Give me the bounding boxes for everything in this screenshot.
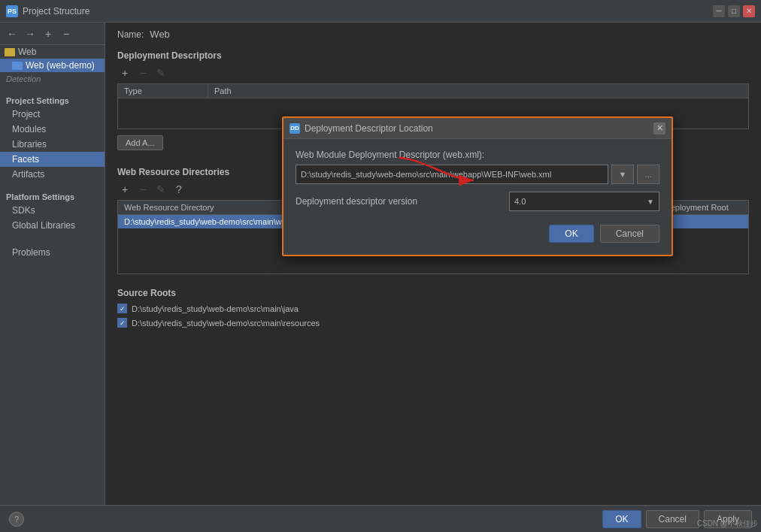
bottom-bar: ? OK Cancel Apply	[0, 505, 761, 532]
source-roots-header: Source Roots	[105, 283, 761, 301]
dd-remove-button[interactable]: −	[135, 65, 150, 80]
name-row: Name: Web	[105, 23, 761, 46]
dd-add-button[interactable]: +	[117, 65, 132, 80]
tree-folder-web[interactable]: Web	[0, 45, 105, 59]
sidebar: ← → + − Web Web (web-demo) Detection Pro…	[0, 23, 105, 505]
wr-edit-button[interactable]: ✎	[153, 182, 168, 197]
platform-settings-label: Platform Settings	[0, 188, 105, 203]
project-settings-group: Project Settings Project Modules Librari…	[0, 92, 105, 182]
minimize-button[interactable]: ─	[713, 5, 725, 17]
nav-forward-button[interactable]: →	[23, 26, 38, 41]
other-group: Problems	[0, 239, 105, 260]
window-title: Project Structure	[23, 6, 713, 17]
dialog-version-label: Deployment descriptor version	[296, 196, 503, 207]
dialog-cancel-button[interactable]: Cancel	[600, 225, 659, 243]
dialog-title: Deployment Descriptor Location	[305, 123, 653, 134]
source-root-java-label: D:\study\redis_study\web-demo\src\main\j…	[132, 304, 299, 313]
dialog-ellipsis-button[interactable]: ...	[637, 165, 659, 184]
sidebar-item-facets[interactable]: Facets	[0, 152, 105, 167]
sidebar-item-modules[interactable]: Modules	[0, 122, 105, 137]
wr-remove-button[interactable]: −	[135, 182, 150, 197]
dd-edit-button[interactable]: ✎	[153, 65, 168, 80]
dialog: DD Deployment Descriptor Location ✕ Web …	[282, 116, 673, 256]
dd-toolbar: + − ✎	[105, 64, 761, 82]
tree-item-web-demo[interactable]: Web (web-demo)	[0, 59, 105, 72]
platform-settings-group: Platform Settings SDKs Global Libraries	[0, 188, 105, 233]
nav-back-button[interactable]: ←	[5, 26, 20, 41]
th-path: Path	[208, 84, 748, 98]
main-panel: Name: Web Deployment Descriptors + − ✎ T…	[105, 23, 761, 505]
sidebar-item-problems[interactable]: Problems	[0, 245, 105, 260]
dialog-field-label: Web Module Deployment Descriptor (web.xm…	[296, 150, 659, 160]
module-icon	[12, 62, 23, 70]
dropdown-arrow-icon: ▼	[647, 198, 654, 206]
sidebar-item-artifacts[interactable]: Artifacts	[0, 167, 105, 182]
folder-icon	[5, 48, 15, 56]
window-controls: ─ □ ✕	[713, 5, 755, 17]
title-bar: PS Project Structure ─ □ ✕	[0, 0, 761, 23]
source-root-resources-row: ✓ D:\study\redis_study\web-demo\src\main…	[105, 316, 761, 330]
dialog-close-button[interactable]: ✕	[653, 122, 665, 135]
detection-label: Detection	[0, 72, 105, 86]
sidebar-remove-button[interactable]: −	[59, 26, 74, 41]
browse-dropdown-arrow: ▼	[619, 170, 627, 179]
sidebar-add-button[interactable]: +	[41, 26, 56, 41]
sidebar-item-project[interactable]: Project	[0, 107, 105, 122]
source-root-java-row: ✓ D:\study\redis_study\web-demo\src\main…	[105, 301, 761, 316]
dialog-dropdown-row: Deployment descriptor version 4.0 ▼	[296, 192, 659, 211]
source-root-resources-checkbox[interactable]: ✓	[117, 318, 127, 328]
dd-table-header: Type Path	[118, 84, 748, 98]
project-settings-label: Project Settings	[0, 92, 105, 107]
dialog-title-bar: DD Deployment Descriptor Location ✕	[283, 118, 672, 139]
sidebar-item-global-libraries[interactable]: Global Libraries	[0, 218, 105, 233]
dialog-input-row: ▼ ...	[296, 165, 659, 184]
source-root-java-checkbox[interactable]: ✓	[117, 304, 127, 313]
sidebar-item-sdks[interactable]: SDKs	[0, 203, 105, 218]
dialog-input-field[interactable]	[296, 165, 608, 184]
source-root-resources-label: D:\study\redis_study\web-demo\src\main\r…	[132, 319, 320, 328]
deployment-descriptors-header: Deployment Descriptors	[105, 46, 761, 64]
dialog-browse-button[interactable]: ▼	[611, 165, 634, 184]
sidebar-toolbar: ← → + −	[0, 23, 105, 45]
add-another-button[interactable]: Add A...	[117, 135, 163, 150]
th-type: Type	[118, 84, 208, 98]
dialog-ok-button[interactable]: OK	[549, 225, 593, 243]
source-roots-section: Source Roots ✓ D:\study\redis_study\web-…	[105, 283, 761, 330]
ok-button[interactable]: OK	[602, 510, 641, 528]
app-icon: PS	[6, 5, 18, 17]
sidebar-item-libraries[interactable]: Libraries	[0, 137, 105, 152]
dialog-footer: OK Cancel	[296, 222, 659, 244]
close-button[interactable]: ✕	[743, 5, 755, 17]
wr-add-button[interactable]: +	[117, 182, 132, 197]
dialog-icon: DD	[290, 123, 300, 134]
cancel-button[interactable]: Cancel	[646, 510, 699, 528]
maximize-button[interactable]: □	[728, 5, 740, 17]
wr-help-button[interactable]: ?	[171, 182, 186, 197]
name-value: Web	[150, 29, 170, 40]
dialog-version-dropdown[interactable]: 4.0 ▼	[509, 192, 659, 211]
watermark: CSDN @不秋佳步	[697, 518, 758, 529]
dialog-body: Web Module Deployment Descriptor (web.xm…	[283, 139, 672, 255]
help-button[interactable]: ?	[9, 512, 24, 527]
name-label: Name:	[117, 29, 144, 40]
